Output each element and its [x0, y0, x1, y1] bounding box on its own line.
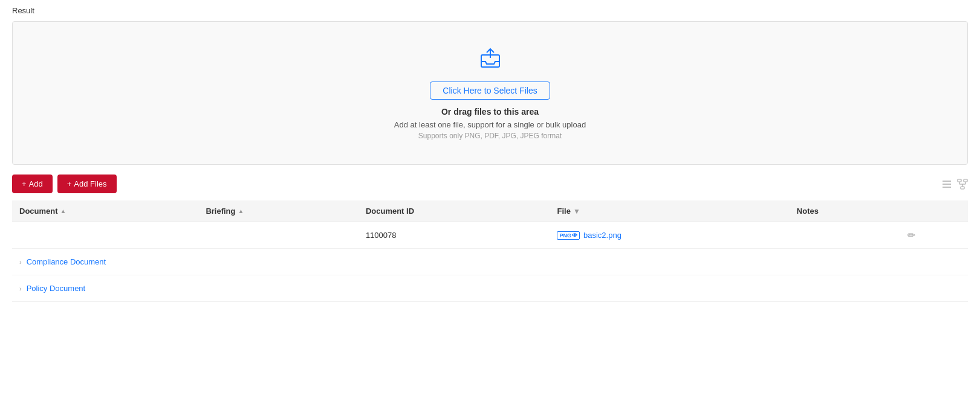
file-link[interactable]: basic2.png [583, 231, 621, 240]
upload-zone[interactable]: Click Here to Select Files Or drag files… [12, 21, 968, 165]
toolbar: + Add + Add Files [12, 175, 968, 193]
chevron-icon-compliance[interactable]: › [19, 258, 22, 266]
cell-notes [790, 222, 900, 249]
drag-text: Or drag files to this area [441, 107, 539, 117]
column-file: File ▼ [550, 200, 789, 222]
documents-table: Document ▲ Briefing ▲ Document ID File [12, 200, 968, 302]
svg-rect-6 [961, 187, 964, 189]
cell-file: PNG 👁 basic2.png [550, 222, 789, 249]
add-files-button-label: Add Files [74, 179, 106, 188]
png-badge: PNG 👁 [557, 231, 580, 240]
cell-document [12, 222, 198, 249]
tree-cell-policy: › Policy Document [12, 275, 968, 302]
toolbar-right [941, 179, 968, 190]
column-notes: Notes [790, 200, 900, 222]
upload-icon [478, 46, 502, 72]
table-row: 1100078 PNG 👁 basic2.png ✏ [12, 222, 968, 249]
hierarchy-view-button[interactable] [957, 179, 968, 190]
cell-edit: ✏ [900, 222, 968, 249]
add-button[interactable]: + Add [12, 175, 53, 193]
plus-icon: + [22, 179, 27, 188]
compliance-document-label[interactable]: Compliance Document [27, 257, 106, 266]
svg-rect-4 [958, 179, 961, 182]
result-label: Result [12, 6, 968, 15]
chevron-icon-policy[interactable]: › [19, 285, 22, 292]
column-actions [900, 200, 968, 222]
policy-document-label[interactable]: Policy Document [27, 284, 86, 293]
sort-icon-document[interactable]: ▲ [60, 208, 67, 214]
edit-button[interactable]: ✏ [907, 229, 915, 241]
support-format-text: Supports only PNG, PDF, JPG, JPEG format [418, 132, 562, 140]
svg-rect-5 [964, 179, 967, 182]
tree-row-policy: › Policy Document [12, 275, 968, 302]
page-container: Result Click Here to Select Files Or dra… [0, 0, 980, 308]
png-badge-text: PNG [559, 232, 571, 239]
column-document-id: Document ID [359, 200, 550, 222]
select-files-button[interactable]: Click Here to Select Files [430, 82, 550, 100]
list-view-button[interactable] [941, 179, 952, 190]
support-text: Add at least one file, support for a sin… [394, 120, 586, 129]
plus-icon-2: + [67, 179, 72, 188]
filter-icon-file[interactable]: ▼ [573, 207, 580, 216]
tree-row-compliance: › Compliance Document [12, 249, 968, 275]
toolbar-left: + Add + Add Files [12, 175, 117, 193]
cell-briefing [198, 222, 359, 249]
column-briefing: Briefing ▲ [198, 200, 359, 222]
add-files-button[interactable]: + Add Files [57, 175, 117, 193]
cell-document-id: 1100078 [359, 222, 550, 249]
sort-icon-briefing[interactable]: ▲ [238, 208, 244, 214]
add-button-label: Add [29, 179, 43, 188]
tree-cell-compliance: › Compliance Document [12, 249, 968, 275]
eye-icon: 👁 [572, 232, 577, 239]
column-document: Document ▲ [12, 200, 198, 222]
